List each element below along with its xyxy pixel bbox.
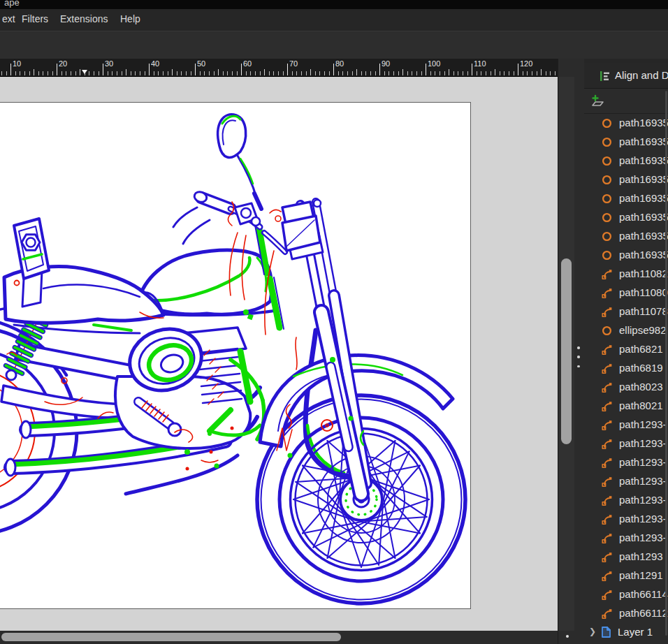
object-list-item[interactable]: path1293: [584, 548, 668, 566]
ruler-label: 60: [243, 59, 252, 68]
ellipse-icon: [601, 117, 613, 129]
object-label: path1291: [619, 569, 663, 581]
canvas-area[interactable]: .sB{stroke:#2714d2}.sG{stroke:#10dc00}.s…: [0, 77, 558, 631]
object-list-item[interactable]: path1293-: [584, 416, 668, 434]
object-label: path11078: [619, 305, 668, 317]
object-list-item[interactable]: path11078: [584, 302, 668, 321]
object-list-item[interactable]: path16935: [584, 208, 668, 227]
ruler-label: 120: [520, 59, 532, 68]
horizontal-ruler[interactable]: 102030405060708090100110120: [0, 59, 559, 77]
ruler-label: 50: [197, 59, 205, 68]
object-list-item[interactable]: path1293-: [584, 529, 668, 548]
object-list-item[interactable]: path1293-: [584, 434, 668, 453]
object-label: ellipse982: [619, 324, 667, 336]
panel-title: Align and Di: [615, 69, 668, 81]
object-list-item[interactable]: path16935: [584, 170, 668, 189]
object-list-item[interactable]: path6821: [584, 340, 668, 359]
layer-document-icon: [600, 626, 612, 638]
object-label: path1293: [619, 550, 663, 562]
menu-filters[interactable]: Filters: [22, 13, 48, 24]
object-list-item[interactable]: path8023: [584, 378, 668, 397]
object-list-item[interactable]: path66112: [584, 604, 668, 623]
menu-text[interactable]: ext: [2, 13, 15, 24]
horizontal-scrollbar-thumb[interactable]: [1, 633, 341, 641]
ruler-label: 40: [151, 59, 159, 68]
ruler-cursor-marker: [82, 70, 87, 74]
menu-extensions[interactable]: Extensions: [60, 13, 108, 24]
object-list-item[interactable]: path1293-: [584, 491, 668, 510]
object-label: path16935: [619, 136, 668, 147]
bezier-path-icon: [601, 268, 613, 280]
object-label: path1293-: [619, 532, 667, 543]
object-list-item[interactable]: path6819: [584, 359, 668, 378]
align-distribute-icon: [598, 70, 611, 82]
document-page[interactable]: .sB{stroke:#2714d2}.sG{stroke:#10dc00}.s…: [0, 102, 471, 609]
bezier-path-icon: [601, 381, 613, 393]
object-list-item[interactable]: path16935: [584, 133, 668, 152]
object-list-item[interactable]: path16935: [584, 152, 668, 170]
ruler-label: 10: [13, 59, 21, 68]
expander-icon[interactable]: ❯: [589, 627, 596, 636]
ruler-label: 90: [382, 59, 390, 68]
window-title: ape: [4, 0, 20, 8]
bezier-path-icon: [601, 495, 613, 506]
object-list-item[interactable]: path1291: [584, 566, 668, 585]
ruler-label: 100: [428, 59, 440, 68]
bezier-path-icon: [601, 457, 613, 469]
layer-label: Layer 1: [618, 626, 653, 638]
object-label: path1293-: [619, 418, 667, 430]
bezier-path-icon: [601, 287, 613, 299]
bezier-path-icon: [601, 551, 613, 563]
vertical-scrollbar-thumb[interactable]: [561, 258, 572, 444]
title-bar[interactable]: ape: [0, 0, 668, 9]
object-list-item[interactable]: path11082: [584, 265, 668, 284]
menu-help[interactable]: Help: [120, 13, 140, 24]
ellipse-icon: [601, 155, 613, 167]
object-list-item[interactable]: path16935: [584, 246, 668, 265]
vertical-scrollbar-track[interactable]: [559, 77, 574, 631]
object-list: path16935 path16935 path16935: [584, 114, 668, 623]
ellipse-icon: [601, 136, 613, 148]
bezier-path-icon: [601, 306, 613, 318]
bezier-path-icon: [601, 589, 613, 601]
object-list-item[interactable]: path1293-: [584, 472, 668, 491]
ruler-label: 30: [105, 59, 113, 68]
object-list-item[interactable]: path1293-: [584, 510, 668, 529]
object-label: path66114: [619, 588, 668, 600]
object-label: path1293-: [619, 494, 667, 506]
object-list-item[interactable]: ellipse982: [584, 321, 668, 340]
horizontal-scrollbar-track[interactable]: [0, 631, 558, 644]
panel-scrollbar[interactable]: [665, 91, 667, 636]
object-label: path16935: [619, 192, 668, 204]
ellipse-icon: [601, 325, 613, 337]
add-layer-icon[interactable]: [590, 94, 605, 109]
object-list-item[interactable]: path16935: [584, 189, 668, 208]
object-label: path1293-: [619, 456, 667, 468]
bezier-path-icon: [601, 400, 613, 412]
object-list-item[interactable]: path16935: [584, 227, 668, 246]
object-label: path16935: [619, 211, 668, 223]
object-list-item[interactable]: path66114: [584, 585, 668, 604]
drawing-motorcycle[interactable]: .sB{stroke:#2714d2}.sG{stroke:#10dc00}.s…: [0, 103, 470, 608]
panel-header[interactable]: Align and Di: [584, 63, 668, 89]
ellipse-icon: [601, 174, 613, 186]
object-list-item[interactable]: path16935: [584, 114, 668, 133]
object-list-item[interactable]: path11080: [584, 284, 668, 302]
ellipse-icon: [601, 230, 613, 242]
object-label: path6821: [619, 343, 663, 355]
bezier-path-icon: [601, 476, 613, 488]
object-label: path11080: [619, 286, 668, 298]
bezier-path-icon: [601, 532, 613, 544]
object-list-item[interactable]: path1293-: [584, 453, 668, 472]
handlebar[interactable]: [173, 190, 285, 252]
ruler-label: 20: [59, 59, 67, 68]
ruler-label: 110: [474, 59, 486, 68]
panel-resize-handle[interactable]: [577, 346, 581, 367]
object-label: path11082: [619, 268, 668, 279]
left-mirror[interactable]: [218, 115, 261, 209]
layer-row[interactable]: ❯ Layer 1: [584, 623, 668, 642]
ellipse-icon: [601, 249, 613, 261]
object-label: path8021: [619, 400, 663, 411]
bezier-path-icon: [601, 344, 613, 356]
object-list-item[interactable]: path8021: [584, 397, 668, 416]
